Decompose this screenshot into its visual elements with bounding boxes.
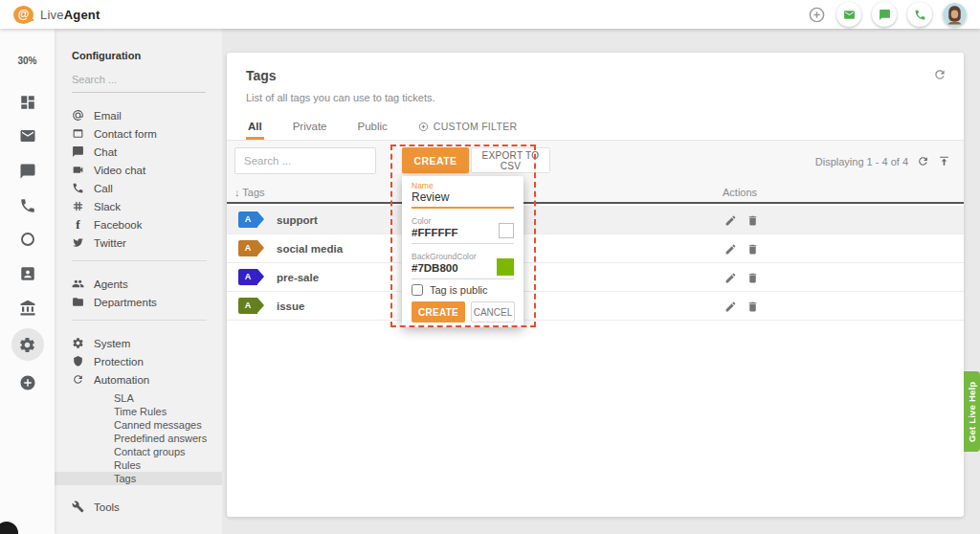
tags-table-body: A support A social media A pre-sale: [227, 206, 964, 321]
edit-icon[interactable]: [724, 243, 737, 256]
sidebar-item-facebook[interactable]: fFacebook: [72, 215, 222, 234]
sidebar-item-twitter[interactable]: Twitter: [72, 234, 222, 252]
refresh-icon[interactable]: [933, 68, 947, 81]
avatar-image: [943, 3, 967, 27]
sidebar-search-input[interactable]: [72, 74, 206, 93]
wrench-icon: [72, 501, 84, 513]
name-label: Name: [412, 181, 434, 190]
gear-icon: [18, 336, 36, 354]
sidebar-directory: Agents Departments: [72, 275, 222, 311]
folder-icon: [72, 296, 84, 308]
sidebar-item-slack[interactable]: Slack: [72, 197, 222, 215]
field-underline: [412, 278, 514, 279]
tab-private[interactable]: Private: [291, 116, 329, 140]
row-actions: [724, 243, 759, 256]
tag-letter: A: [238, 298, 257, 314]
sidebar-item-agents[interactable]: Agents: [72, 275, 222, 293]
column-header-actions: Actions: [723, 187, 757, 198]
rail-tickets-item[interactable]: [0, 127, 55, 145]
tag-letter: A: [238, 269, 257, 285]
logo-text-live: Live: [40, 8, 64, 22]
avatar[interactable]: [943, 3, 967, 27]
export-to-csv-button[interactable]: EXPORT TO CSV: [471, 147, 550, 173]
sidebar-item-system[interactable]: System: [72, 334, 222, 352]
refresh-icon[interactable]: [917, 155, 929, 167]
delete-icon[interactable]: [746, 243, 759, 256]
rail-contacts-item[interactable]: [0, 265, 55, 282]
search-input[interactable]: [234, 147, 376, 174]
sidebar-item-email[interactable]: Email: [72, 106, 222, 124]
sidebar-item-rules[interactable]: Rules: [55, 458, 222, 472]
table-header: ↓ Tags Actions: [227, 182, 964, 204]
column-header-tags[interactable]: ↓ Tags: [234, 187, 265, 198]
tag-name-input[interactable]: [412, 190, 514, 209]
sidebar-item-time-rules[interactable]: Time Rules: [55, 405, 222, 418]
sidebar-item-contact-form[interactable]: Contact form: [72, 124, 222, 143]
get-live-help-button[interactable]: Get Live Help: [964, 371, 980, 452]
sidebar-item-contact-groups[interactable]: Contact groups: [55, 445, 222, 458]
mail-icon: [19, 127, 36, 145]
sidebar-item-video-chat[interactable]: Video chat: [72, 161, 222, 179]
tag-pill: A: [238, 240, 257, 256]
new-chat-button[interactable]: [872, 2, 897, 27]
edit-icon[interactable]: [724, 214, 737, 227]
add-new-icon[interactable]: [808, 6, 826, 24]
rail-chats-item[interactable]: [0, 163, 55, 180]
tags-panel: Tags List of all tags you can use to tag…: [227, 53, 964, 517]
tab-bar: All Private Public CUSTOM FILTER: [227, 116, 964, 141]
delete-icon[interactable]: [746, 300, 759, 313]
sidebar-item-call[interactable]: Call: [72, 179, 222, 197]
color-swatch[interactable]: [499, 223, 514, 238]
dashboard-icon: [19, 94, 36, 111]
table-row: A pre-sale: [227, 263, 964, 292]
color-value[interactable]: #FFFFFF: [412, 227, 458, 238]
tab-public[interactable]: Public: [356, 116, 390, 140]
sidebar-title: Configuration: [72, 50, 222, 61]
page-title: Tags: [246, 68, 277, 83]
edit-icon[interactable]: [724, 300, 737, 313]
create-button[interactable]: CREATE: [402, 147, 469, 173]
chat-bubble-icon: [19, 163, 36, 180]
chat-bubble-icon: [72, 145, 84, 158]
rail-dashboard-item[interactable]: [0, 94, 55, 111]
table-row: A issue: [227, 292, 964, 321]
rail-add-item[interactable]: [0, 374, 55, 391]
delete-icon[interactable]: [746, 214, 759, 227]
icon-rail: 30%: [0, 29, 55, 534]
background-color-value[interactable]: #7DB800: [412, 262, 458, 274]
tag-name: social media: [277, 234, 343, 263]
rail-calls-item[interactable]: [0, 197, 55, 214]
tag-public-label: Tag is public: [430, 284, 488, 296]
sidebar-item-automation[interactable]: Automation: [72, 370, 222, 389]
popup-cancel-button[interactable]: CANCEL: [471, 301, 515, 323]
twitter-icon: [72, 236, 84, 249]
sidebar-item-sla[interactable]: SLA: [55, 391, 222, 405]
new-email-button[interactable]: [836, 2, 861, 27]
sidebar-item-predefined-answers[interactable]: Predefined answers: [55, 432, 222, 445]
form-icon: [72, 127, 84, 140]
background-color-swatch[interactable]: [497, 258, 514, 276]
topbar-actions: [808, 2, 967, 27]
field-underline: [412, 243, 514, 244]
sidebar-item-canned-messages[interactable]: Canned messages: [55, 418, 222, 432]
sidebar-item-protection[interactable]: Protection: [72, 352, 222, 370]
sidebar-item-tags[interactable]: Tags: [55, 472, 222, 485]
rail-companies-item[interactable]: [0, 300, 55, 317]
new-call-button[interactable]: [907, 2, 932, 27]
popup-create-button[interactable]: CREATE: [412, 301, 465, 323]
table-row: A support: [227, 206, 964, 234]
tab-custom-filter[interactable]: CUSTOM FILTER: [416, 116, 520, 140]
background-color-label: BackGroundColor: [412, 252, 477, 261]
sidebar-item-tools[interactable]: Tools: [72, 498, 222, 516]
liveagent-logo[interactable]: @ LiveAgent: [13, 6, 100, 24]
rail-settings-item[interactable]: [0, 328, 55, 361]
tag-public-checkbox[interactable]: [412, 284, 423, 296]
sidebar-item-departments[interactable]: Departments: [72, 293, 222, 311]
delete-icon[interactable]: [746, 272, 759, 284]
rail-online-item[interactable]: [0, 231, 55, 248]
tab-all[interactable]: All: [246, 116, 264, 140]
scroll-to-top-icon[interactable]: [938, 155, 950, 167]
edit-icon[interactable]: [724, 272, 737, 284]
tag-name: pre-sale: [277, 263, 319, 292]
sidebar-item-chat[interactable]: Chat: [72, 143, 222, 161]
